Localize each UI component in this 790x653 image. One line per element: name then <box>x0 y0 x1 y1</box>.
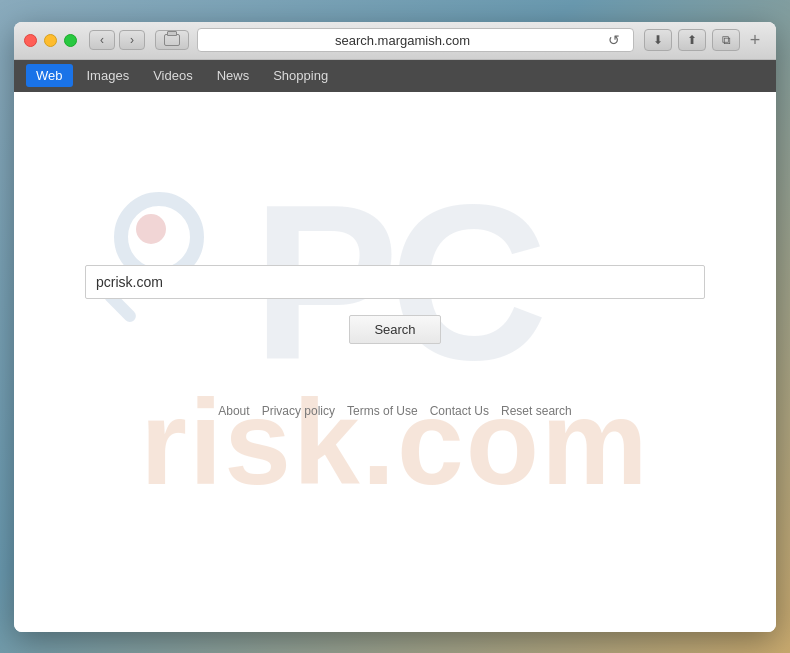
browser-window: ‹ › search.margamish.com ↺ ⬇ ⬆ ⧉ + Web I… <box>14 22 776 632</box>
search-page: PC risk.com Search About Privacy policy … <box>14 92 776 632</box>
nav-buttons: ‹ › <box>89 30 145 50</box>
footer-reset[interactable]: Reset search <box>501 404 572 418</box>
traffic-lights <box>24 34 77 47</box>
nav-item-videos[interactable]: Videos <box>143 64 203 87</box>
watermark-risk-text: risk.com <box>140 373 650 511</box>
search-input[interactable] <box>85 265 705 299</box>
tab-icon <box>164 34 180 46</box>
watermark: PC risk.com <box>14 92 776 632</box>
add-tab-button[interactable]: + <box>744 29 766 51</box>
minimize-button[interactable] <box>44 34 57 47</box>
url-text: search.margamish.com <box>206 33 599 48</box>
search-form: Search <box>85 265 705 344</box>
search-input-wrapper <box>85 265 705 299</box>
nav-item-news[interactable]: News <box>207 64 260 87</box>
footer-terms[interactable]: Terms of Use <box>347 404 418 418</box>
reload-button[interactable]: ↺ <box>603 29 625 51</box>
tab-view-button[interactable] <box>155 30 189 50</box>
footer-privacy[interactable]: Privacy policy <box>262 404 335 418</box>
nav-item-shopping[interactable]: Shopping <box>263 64 338 87</box>
maximize-button[interactable] <box>64 34 77 47</box>
back-button[interactable]: ‹ <box>89 30 115 50</box>
footer-about[interactable]: About <box>218 404 249 418</box>
footer-links: About Privacy policy Terms of Use Contac… <box>218 404 571 418</box>
magnifier-dot <box>136 214 166 244</box>
nav-bar: Web Images Videos News Shopping <box>14 60 776 92</box>
download-button[interactable]: ⬇ <box>644 29 672 51</box>
nav-item-web[interactable]: Web <box>26 64 73 87</box>
close-button[interactable] <box>24 34 37 47</box>
forward-button[interactable]: › <box>119 30 145 50</box>
search-button[interactable]: Search <box>349 315 440 344</box>
share-button[interactable]: ⬆ <box>678 29 706 51</box>
new-tab-button[interactable]: ⧉ <box>712 29 740 51</box>
title-bar: ‹ › search.margamish.com ↺ ⬇ ⬆ ⧉ + <box>14 22 776 60</box>
toolbar-right: ⬇ ⬆ ⧉ <box>644 29 740 51</box>
address-bar[interactable]: search.margamish.com ↺ <box>197 28 634 52</box>
footer-contact[interactable]: Contact Us <box>430 404 489 418</box>
nav-item-images[interactable]: Images <box>77 64 140 87</box>
